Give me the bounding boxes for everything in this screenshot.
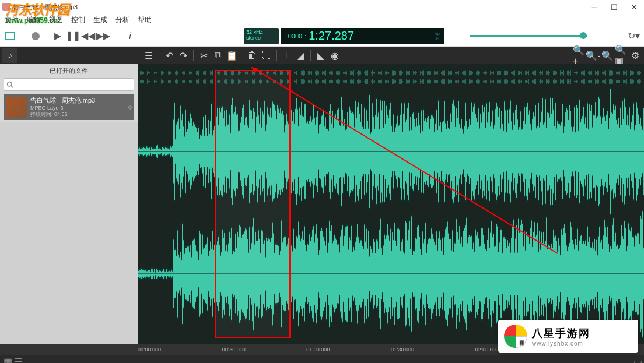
svg-line-1 xyxy=(11,86,13,87)
zoom-sel-icon[interactable]: 🔍▣ xyxy=(615,49,628,62)
file-format: MPEG Layer3 xyxy=(30,105,95,111)
file-info: 告白气球 - 周杰伦.mp3 MPEG Layer3 持续时间: 04:56 xyxy=(30,96,95,118)
pause-button[interactable]: ❚❚ xyxy=(66,30,79,43)
waveform-editor[interactable] xyxy=(138,64,644,344)
app-icon xyxy=(2,3,10,11)
grid-icon[interactable]: ▦ xyxy=(4,356,10,363)
play-button[interactable]: ▶ xyxy=(51,30,64,43)
normalize-icon[interactable]: ◣ xyxy=(314,49,327,62)
waveform-canvas[interactable] xyxy=(138,64,644,344)
album-thumbnail xyxy=(6,97,27,118)
insert-silence-icon[interactable]: ⟂ xyxy=(280,49,293,62)
menu-generate[interactable]: 生成 xyxy=(93,15,107,25)
redo-button[interactable]: ↷ xyxy=(177,49,190,62)
menu-help[interactable]: 帮助 xyxy=(138,15,152,25)
menubar: 文件 编辑 视图 控制 生成 分析 帮助 xyxy=(0,14,644,26)
menu-analyze[interactable]: 分析 xyxy=(116,15,130,25)
link-icon[interactable]: ⟲ xyxy=(127,104,132,111)
statusbar: ▦ ☰ ▭ xyxy=(0,355,644,363)
settings-icon[interactable]: ⚙ xyxy=(629,49,642,62)
watermark-baxing: ▦ 八星手游网 www.lyshbx.com xyxy=(498,320,638,353)
list-icon[interactable]: ☰ xyxy=(14,356,21,363)
screen-icon[interactable]: ▭ xyxy=(634,356,640,363)
time-mark: 01:00.000 xyxy=(306,347,391,353)
audio-format-chip: 32 kHz stereo xyxy=(244,28,279,44)
zoom-out-icon[interactable]: 🔍- xyxy=(587,49,600,62)
zoom-in-icon[interactable]: 🔍+ xyxy=(573,49,586,62)
delete-button[interactable]: 🗑 xyxy=(246,49,258,62)
menu-view[interactable]: 视图 xyxy=(49,15,63,25)
file-list-item[interactable]: 告白气球 - 周杰伦.mp3 MPEG Layer3 持续时间: 04:56 ⟲ xyxy=(4,94,134,120)
effect-icon[interactable]: ◉ xyxy=(328,49,341,62)
minimize-button[interactable]: ─ xyxy=(584,0,604,14)
titlebar: 告白气球 - 周杰伦.mp3 ─ ☐ ✕ xyxy=(0,0,644,14)
time-mark: 01:30.000 xyxy=(391,347,475,353)
slider-thumb[interactable] xyxy=(580,32,587,39)
copy-button[interactable]: ⧉ xyxy=(211,49,224,62)
search-icon xyxy=(6,81,13,88)
transport-toolbar: ▶ ❚❚ ◀◀ ▶▶ i 32 kHz stereo -0000 : 1:27.… xyxy=(0,26,644,47)
file-name: 告白气球 - 周杰伦.mp3 xyxy=(30,96,95,105)
time-display: -0000 : 1:27.287 hμds xyxy=(281,28,444,44)
sidebar: 已打开的文件 告白气球 - 周杰伦.mp3 MPEG Layer3 持续时间: … xyxy=(0,64,138,344)
menu-control[interactable]: 控制 xyxy=(71,15,85,25)
maximize-button[interactable]: ☐ xyxy=(604,0,624,14)
time-mark: 00:30.000 xyxy=(222,347,307,353)
volume-slider[interactable] xyxy=(470,35,587,37)
sidebar-header: 已打开的文件 xyxy=(0,64,138,77)
main-area: 已打开的文件 告白气球 - 周杰伦.mp3 MPEG Layer3 持续时间: … xyxy=(0,64,644,344)
window-controls: ─ ☐ ✕ xyxy=(584,0,644,14)
sidebar-empty xyxy=(0,122,138,344)
fade-icon[interactable]: ◢ xyxy=(294,49,307,62)
window-title: 告白气球 - 周杰伦.mp3 xyxy=(13,3,78,12)
file-duration: 持续时间: 04:56 xyxy=(30,111,95,118)
undo-button[interactable]: ↶ xyxy=(163,49,176,62)
watermark-url: www.lyshbx.com xyxy=(532,340,590,347)
menu-edit[interactable]: 编辑 xyxy=(27,15,41,25)
baxing-logo-icon: ▦ xyxy=(504,325,527,348)
forward-button[interactable]: ▶▶ xyxy=(97,30,110,43)
menu-file[interactable]: 文件 xyxy=(5,15,19,25)
search-input[interactable] xyxy=(4,78,134,91)
close-button[interactable]: ✕ xyxy=(624,0,644,14)
info-button[interactable]: i xyxy=(124,30,136,43)
history-button[interactable]: ↻▾ xyxy=(628,30,639,42)
paste-button[interactable]: 📋 xyxy=(225,49,238,62)
time-mark: 00:00.000 xyxy=(138,347,222,353)
svg-point-0 xyxy=(8,82,12,87)
zoom-fit-icon[interactable]: 🔍 xyxy=(601,49,614,62)
music-note-icon: ♪ xyxy=(2,48,18,63)
current-time: 1:27.287 xyxy=(309,29,354,43)
selection-highlight[interactable] xyxy=(215,70,290,338)
crop-button[interactable]: ⛶ xyxy=(260,49,272,62)
record-button[interactable] xyxy=(32,32,40,40)
stop-button[interactable] xyxy=(5,32,15,40)
rewind-button[interactable]: ◀◀ xyxy=(82,30,94,43)
edit-toolbar: ♪ ☰ ↶ ↷ ✂ ⧉ 📋 🗑 ⛶ ⟂ ◢ ◣ ◉ 🔍+ 🔍- 🔍 🔍▣ ⚙ xyxy=(0,47,644,64)
menu-toggle-icon[interactable]: ☰ xyxy=(142,49,155,62)
cut-button[interactable]: ✂ xyxy=(197,49,210,62)
negative-time: -0000 xyxy=(286,33,302,40)
watermark-name: 八星手游网 xyxy=(532,326,590,340)
